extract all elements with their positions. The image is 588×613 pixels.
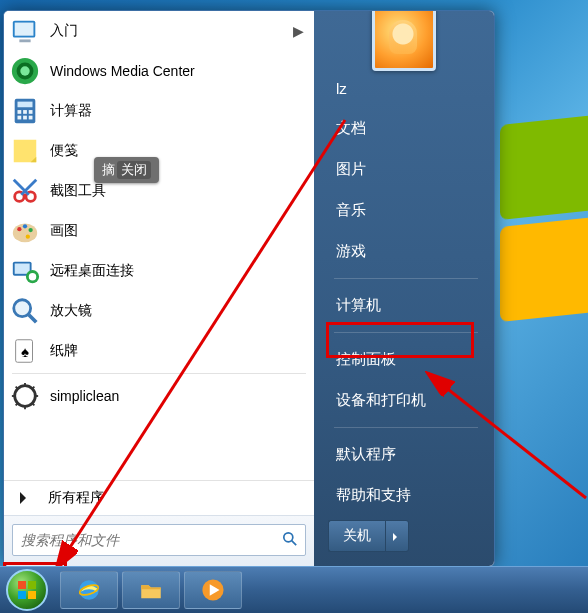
submenu-arrow-icon: ▶ — [293, 23, 304, 39]
magnifier-icon — [10, 296, 40, 326]
program-label: 纸牌 — [50, 342, 78, 360]
sticky-notes-icon — [10, 136, 40, 166]
right-item-default-programs[interactable]: 默认程序 — [328, 436, 484, 473]
shutdown-label: 关机 — [343, 527, 371, 545]
program-item-remote-desktop[interactable]: 远程桌面连接 — [4, 251, 314, 291]
calculator-icon — [10, 96, 40, 126]
program-label: simpliclean — [50, 388, 119, 404]
start-menu: 入门 ▶ Windows Media Center 计算器 便笺 — [3, 10, 495, 567]
svg-point-21 — [17, 227, 21, 231]
svg-point-5 — [20, 66, 29, 75]
taskbar — [0, 566, 588, 613]
svg-rect-10 — [29, 110, 33, 114]
right-item-label: 文档 — [336, 119, 366, 136]
tooltip-text-1: 摘 — [102, 161, 115, 179]
right-item-help[interactable]: 帮助和支持 — [328, 477, 484, 514]
ie-icon — [76, 577, 102, 603]
getting-started-icon — [10, 16, 40, 46]
svg-rect-13 — [29, 116, 33, 120]
program-item-magnifier[interactable]: 放大镜 — [4, 291, 314, 331]
taskbar-button-media-player[interactable] — [184, 571, 242, 609]
snipping-tool-icon — [10, 176, 40, 206]
program-item-media-center[interactable]: Windows Media Center — [4, 51, 314, 91]
svg-rect-14 — [14, 140, 37, 163]
right-item-label: 控制面板 — [336, 350, 396, 367]
all-programs[interactable]: 所有程序 — [4, 480, 314, 515]
paint-icon — [10, 216, 40, 246]
start-menu-left-panel: 入门 ▶ Windows Media Center 计算器 便笺 — [4, 11, 314, 566]
taskbar-button-ie[interactable] — [60, 571, 118, 609]
start-menu-right-panel: lz 文档 图片 音乐 游戏 计算机 控制面板 设备和打印机 默认程序 帮助和支… — [314, 11, 494, 566]
program-label: 远程桌面连接 — [50, 262, 134, 280]
right-item-user[interactable]: lz — [328, 71, 484, 106]
program-item-snipping-tool[interactable]: 截图工具 — [4, 171, 314, 211]
remote-desktop-icon — [10, 256, 40, 286]
program-item-sticky-notes[interactable]: 便笺 — [4, 131, 314, 171]
search-input[interactable] — [19, 531, 275, 549]
right-item-games[interactable]: 游戏 — [328, 233, 484, 270]
svg-line-43 — [292, 540, 297, 545]
right-item-label: 图片 — [336, 160, 366, 177]
taskbar-button-explorer[interactable] — [122, 571, 180, 609]
svg-rect-7 — [18, 102, 33, 108]
all-programs-label: 所有程序 — [48, 489, 104, 507]
svg-point-28 — [29, 273, 37, 281]
svg-text:♠: ♠ — [21, 343, 29, 360]
program-label: 画图 — [50, 222, 78, 240]
separator — [334, 332, 478, 333]
shutdown-options-button[interactable] — [385, 520, 409, 552]
right-item-label: 游戏 — [336, 242, 366, 259]
svg-rect-8 — [18, 110, 22, 114]
program-item-simpliclean[interactable]: simpliclean — [4, 376, 314, 416]
media-center-icon — [10, 56, 40, 86]
program-label: 便笺 — [50, 142, 78, 160]
svg-rect-11 — [18, 116, 22, 120]
svg-rect-9 — [23, 110, 27, 114]
shutdown-row: 关机 — [328, 520, 484, 552]
right-item-label: 帮助和支持 — [336, 486, 411, 503]
program-list: 入门 ▶ Windows Media Center 计算器 便笺 — [4, 11, 314, 480]
right-item-label: 计算机 — [336, 296, 381, 313]
user-picture[interactable] — [372, 10, 436, 71]
svg-rect-1 — [15, 23, 34, 36]
right-item-label: 默认程序 — [336, 445, 396, 462]
right-item-label: 设备和打印机 — [336, 391, 426, 408]
program-label: 入门 — [50, 22, 78, 40]
program-item-getting-started[interactable]: 入门 ▶ — [4, 11, 314, 51]
program-item-paint[interactable]: 画图 — [4, 211, 314, 251]
tooltip-text-2: 关闭 — [117, 161, 151, 179]
start-button[interactable] — [6, 569, 48, 611]
sticky-notes-tooltip: 摘 关闭 — [94, 157, 159, 183]
svg-line-30 — [29, 315, 37, 323]
svg-rect-2 — [19, 39, 30, 42]
search-box[interactable] — [12, 524, 306, 556]
svg-rect-12 — [23, 116, 27, 120]
svg-point-23 — [28, 228, 32, 232]
right-item-computer[interactable]: 计算机 — [328, 287, 484, 324]
program-label: Windows Media Center — [50, 63, 195, 79]
right-item-music[interactable]: 音乐 — [328, 192, 484, 229]
recent-divider — [12, 373, 306, 374]
search-area — [4, 515, 314, 566]
media-player-icon — [200, 577, 226, 603]
right-item-label: lz — [336, 80, 347, 97]
solitaire-icon: ♠ — [10, 336, 40, 366]
svg-point-22 — [23, 224, 27, 228]
svg-point-29 — [14, 300, 31, 317]
simpliclean-icon — [10, 381, 40, 411]
separator — [334, 278, 478, 279]
program-label: 截图工具 — [50, 182, 106, 200]
shutdown-button[interactable]: 关机 — [328, 520, 385, 552]
right-item-control-panel[interactable]: 控制面板 — [328, 341, 484, 378]
program-item-solitaire[interactable]: ♠ 纸牌 — [4, 331, 314, 371]
right-item-documents[interactable]: 文档 — [328, 110, 484, 147]
program-label: 计算器 — [50, 102, 92, 120]
svg-rect-26 — [15, 264, 30, 274]
right-item-pictures[interactable]: 图片 — [328, 151, 484, 188]
svg-point-24 — [26, 234, 30, 238]
right-item-devices-printers[interactable]: 设备和打印机 — [328, 382, 484, 419]
triangle-right-icon — [20, 492, 32, 504]
search-icon — [281, 530, 299, 551]
program-label: 放大镜 — [50, 302, 92, 320]
program-item-calculator[interactable]: 计算器 — [4, 91, 314, 131]
